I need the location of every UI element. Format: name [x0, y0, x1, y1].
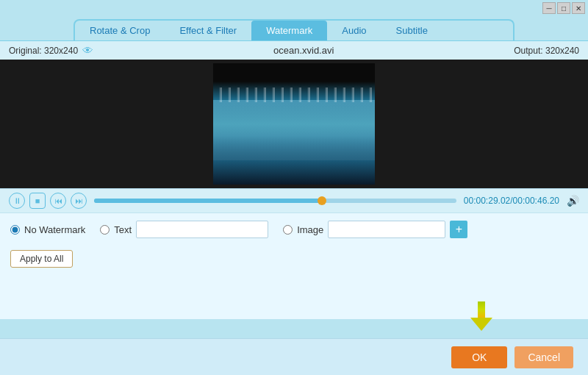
time-total: 00:00:46.20	[513, 196, 559, 206]
time-display: 00:00:29.02/00:00:46.20	[464, 196, 559, 206]
stop-icon: ■	[35, 196, 40, 205]
no-watermark-group: No Watermark	[10, 224, 85, 235]
prev-button[interactable]: ⏮	[50, 193, 66, 209]
controls-bar: ⏸ ■ ⏮ ⏭ 00:00:29.02/00:00:46.20 🔊	[0, 188, 588, 213]
filename-label: ocean.xvid.avi	[273, 45, 334, 56]
next-button[interactable]: ⏭	[71, 193, 87, 209]
text-watermark-radio[interactable]	[100, 225, 110, 235]
no-watermark-radio[interactable]	[10, 225, 20, 235]
eye-icon[interactable]: 👁	[82, 44, 93, 57]
text-watermark-label: Text	[114, 224, 132, 235]
cancel-button[interactable]: Cancel	[514, 346, 573, 368]
text-watermark-input[interactable]	[136, 221, 268, 238]
next-icon: ⏭	[75, 196, 83, 205]
tab-watermark[interactable]: Watermark	[251, 21, 327, 40]
text-watermark-group: Text	[100, 221, 268, 238]
output-label: Output: 320x240	[514, 46, 579, 56]
image-watermark-radio[interactable]	[283, 225, 293, 235]
ok-button[interactable]: OK	[451, 346, 507, 368]
image-watermark-label: Image	[297, 224, 323, 235]
title-bar: ─ □ ✕	[0, 0, 588, 16]
tab-audio[interactable]: Audio	[327, 21, 381, 40]
info-bar: Original: 320x240 👁 ocean.xvid.avi Outpu…	[0, 40, 588, 60]
image-watermark-group: Image +	[283, 221, 467, 238]
tab-subtitle[interactable]: Subtitle	[381, 21, 442, 40]
arrow-head	[470, 318, 492, 331]
progress-thumb[interactable]	[318, 196, 326, 205]
close-button[interactable]: ✕	[572, 2, 585, 14]
volume-icon[interactable]: 🔊	[567, 195, 579, 207]
tab-wrapper: Rotate & Crop Effect & Filter Watermark …	[0, 16, 588, 40]
apply-to-all-button[interactable]: Apply to All	[10, 250, 73, 268]
pause-button[interactable]: ⏸	[9, 193, 25, 209]
progress-fill	[94, 199, 322, 203]
original-label: Original: 320x240	[9, 46, 78, 56]
content-spacer	[0, 275, 588, 319]
video-preview	[213, 63, 375, 185]
tab-rotate-crop[interactable]: Rotate & Crop	[75, 21, 165, 40]
image-watermark-input[interactable]	[328, 221, 445, 238]
pause-icon: ⏸	[13, 196, 21, 205]
watermark-options: No Watermark Text Image +	[0, 213, 588, 246]
download-arrow-icon	[470, 301, 492, 338]
footer: OK Cancel	[0, 338, 588, 375]
maximize-button[interactable]: □	[557, 2, 570, 14]
minimize-button[interactable]: ─	[542, 2, 556, 14]
arrow-shaft	[478, 301, 485, 318]
video-frame	[213, 63, 375, 185]
add-image-button[interactable]: +	[450, 221, 467, 238]
wave-overlay	[213, 88, 375, 102]
tab-bar: Rotate & Crop Effect & Filter Watermark …	[74, 19, 514, 40]
video-area	[0, 60, 588, 188]
progress-track[interactable]	[94, 199, 456, 203]
apply-bar: Apply to All	[0, 246, 588, 275]
prev-icon: ⏮	[54, 196, 62, 205]
time-current: 00:00:29.02	[464, 196, 510, 206]
stop-button[interactable]: ■	[29, 193, 46, 209]
tab-effect-filter[interactable]: Effect & Filter	[165, 21, 251, 40]
no-watermark-label: No Watermark	[24, 224, 85, 235]
